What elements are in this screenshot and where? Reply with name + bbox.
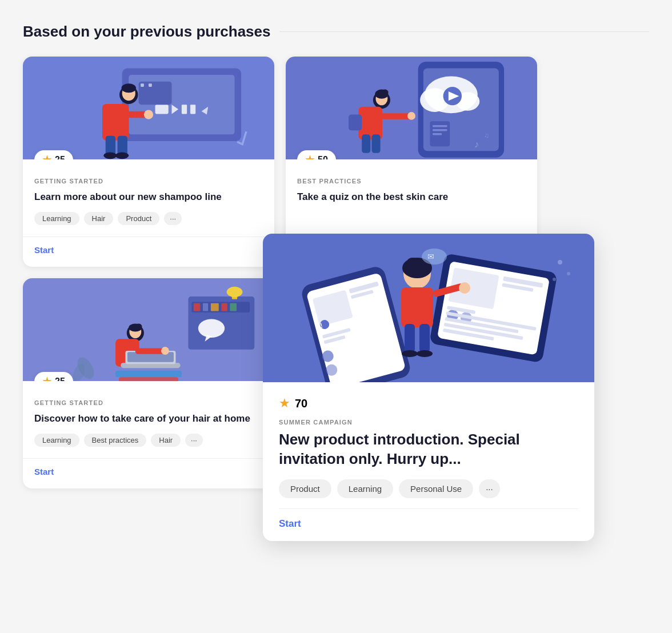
svg-point-102 bbox=[459, 282, 470, 294]
card-3-body: GETTING STARTED Discover how to take car… bbox=[23, 381, 274, 458]
svg-text:♪: ♪ bbox=[474, 139, 479, 149]
svg-rect-97 bbox=[405, 324, 415, 352]
featured-start[interactable]: Start bbox=[279, 518, 301, 529]
svg-rect-49 bbox=[230, 303, 237, 311]
svg-rect-63 bbox=[115, 371, 182, 378]
svg-rect-4 bbox=[182, 105, 187, 114]
featured-tag-learning[interactable]: Learning bbox=[337, 479, 393, 498]
card-2-body: BEST PRACTICES Take a quiz on the best s… bbox=[286, 159, 537, 237]
svg-point-37 bbox=[407, 112, 415, 120]
svg-rect-64 bbox=[119, 377, 178, 381]
tag-product-1[interactable]: Product bbox=[118, 212, 159, 225]
svg-point-105 bbox=[558, 260, 562, 265]
svg-rect-28 bbox=[433, 125, 447, 127]
featured-title: New product introduction. Special invita… bbox=[279, 430, 578, 469]
svg-rect-39 bbox=[372, 134, 381, 153]
featured-body: ★ 70 SUMMER CAMPAIGN New product introdu… bbox=[263, 382, 594, 541]
card-3-tags: Learning Best practices Hair ··· bbox=[34, 434, 263, 447]
star-icon-3: ★ bbox=[42, 375, 51, 381]
star-icon-2: ★ bbox=[305, 154, 314, 159]
card-2-rating: ★ 50 bbox=[297, 150, 336, 159]
svg-rect-40 bbox=[349, 115, 362, 131]
svg-rect-66 bbox=[135, 348, 165, 354]
featured-tag-personaluse[interactable]: Personal Use bbox=[399, 479, 473, 498]
featured-category: SUMMER CAMPAIGN bbox=[279, 419, 578, 426]
card-1-image: ★ 25 bbox=[23, 57, 274, 159]
tag-more-1[interactable]: ··· bbox=[164, 212, 182, 225]
svg-point-99 bbox=[402, 350, 418, 357]
card-3: ★ 25 GETTING STARTED Discover how to tak… bbox=[23, 278, 274, 488]
card-1-category: GETTING STARTED bbox=[34, 178, 263, 185]
svg-point-16 bbox=[115, 153, 129, 159]
svg-rect-30 bbox=[433, 133, 442, 135]
svg-point-106 bbox=[567, 272, 570, 275]
svg-point-103 bbox=[422, 249, 447, 265]
svg-rect-96 bbox=[401, 287, 433, 327]
svg-rect-45 bbox=[194, 303, 201, 311]
svg-point-67 bbox=[161, 347, 169, 355]
section-title: Based on your previous purchases bbox=[23, 23, 649, 41]
svg-rect-98 bbox=[419, 324, 430, 352]
svg-rect-29 bbox=[433, 129, 447, 131]
svg-rect-5 bbox=[190, 105, 195, 114]
featured-tag-product[interactable]: Product bbox=[279, 479, 331, 498]
svg-rect-2 bbox=[155, 105, 169, 114]
svg-rect-10 bbox=[102, 104, 129, 141]
svg-text:♫: ♫ bbox=[484, 132, 489, 139]
featured-footer: Start bbox=[279, 508, 578, 530]
card-1-title: Learn more about our new shampoo line bbox=[34, 190, 263, 204]
card-3-start[interactable]: Start bbox=[34, 467, 54, 476]
svg-rect-36 bbox=[378, 113, 411, 119]
tag-hair-1[interactable]: Hair bbox=[84, 212, 114, 225]
star-icon-1: ★ bbox=[42, 154, 51, 159]
featured-star-icon: ★ bbox=[279, 396, 290, 411]
tag-bestpractices-3[interactable]: Best practices bbox=[84, 434, 147, 447]
featured-rating-value: 70 bbox=[295, 397, 307, 410]
card-3-rating: ★ 25 bbox=[34, 372, 73, 381]
svg-point-58 bbox=[135, 323, 142, 328]
svg-point-107 bbox=[553, 278, 556, 281]
svg-point-52 bbox=[227, 287, 243, 298]
featured-card: ! bbox=[263, 234, 594, 541]
svg-point-15 bbox=[103, 153, 117, 159]
card-2-category: BEST PRACTICES bbox=[297, 178, 526, 185]
tag-learning-3[interactable]: Learning bbox=[34, 434, 79, 447]
card-1-footer: Start bbox=[23, 237, 274, 267]
card-1-start[interactable]: Start bbox=[34, 245, 54, 255]
card-1-tags: Learning Hair Product ··· bbox=[34, 212, 263, 225]
card-1-rating: ★ 25 bbox=[34, 150, 73, 159]
card-2-title: Take a quiz on the best skin care bbox=[297, 190, 526, 204]
featured-tag-more[interactable]: ··· bbox=[479, 479, 500, 498]
cards-container: ★ 25 GETTING STARTED Learn more about ou… bbox=[23, 57, 594, 616]
card-2-image: ♪ ♫ ★ 50 bbox=[286, 57, 537, 159]
svg-point-12 bbox=[144, 110, 153, 119]
svg-point-100 bbox=[417, 350, 433, 357]
svg-point-34 bbox=[382, 90, 389, 95]
card-1: ★ 25 GETTING STARTED Learn more about ou… bbox=[23, 57, 274, 267]
featured-image: ! bbox=[263, 234, 594, 382]
svg-rect-47 bbox=[211, 303, 219, 311]
tag-hair-3[interactable]: Hair bbox=[151, 434, 181, 447]
svg-point-53 bbox=[198, 319, 225, 337]
card-3-category: GETTING STARTED bbox=[34, 399, 263, 406]
svg-text:✉: ✉ bbox=[427, 252, 434, 261]
card-1-body: GETTING STARTED Learn more about our new… bbox=[23, 159, 274, 237]
svg-rect-8 bbox=[149, 83, 152, 87]
tag-learning-1[interactable]: Learning bbox=[34, 212, 79, 225]
svg-rect-46 bbox=[203, 303, 208, 311]
card-3-title: Discover how to take care of your hair a… bbox=[34, 412, 263, 426]
svg-rect-48 bbox=[221, 303, 227, 311]
featured-rating: ★ 70 bbox=[279, 396, 578, 411]
svg-rect-44 bbox=[191, 302, 250, 313]
card-3-footer: Start bbox=[23, 458, 274, 488]
svg-rect-7 bbox=[141, 83, 144, 87]
svg-rect-38 bbox=[362, 134, 370, 153]
svg-point-18 bbox=[122, 83, 136, 93]
tag-more-3[interactable]: ··· bbox=[185, 434, 203, 447]
card-3-image: ★ 25 bbox=[23, 278, 274, 381]
svg-point-95 bbox=[407, 258, 418, 267]
featured-tags: Product Learning Personal Use ··· bbox=[279, 479, 578, 498]
